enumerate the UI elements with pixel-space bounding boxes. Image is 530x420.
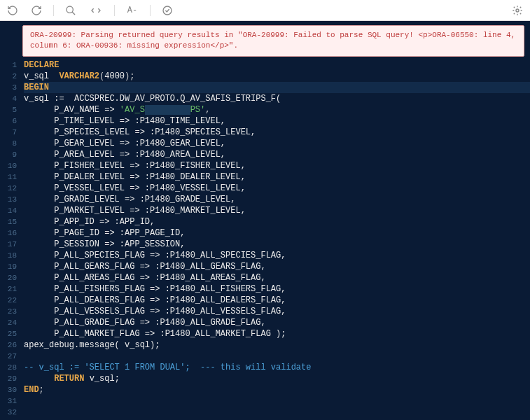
line-number: 20 xyxy=(0,272,17,284)
code-line[interactable] xyxy=(24,351,530,362)
code-line[interactable]: v_sql := ACCSPREC.DW_AV_PROTO.Q_AV_SAFIS… xyxy=(24,93,530,104)
code-line[interactable]: P_VESSEL_LEVEL => :P1480_VESSEL_LEVEL, xyxy=(24,183,530,194)
line-number: 31 xyxy=(0,396,17,407)
line-number: 29 xyxy=(0,373,17,384)
code-line[interactable]: END; xyxy=(24,384,530,396)
toolbar-divider-3 xyxy=(150,5,151,16)
line-number: 7 xyxy=(0,127,17,138)
line-number: 8 xyxy=(0,138,17,149)
code-line[interactable]: -- v_sql := 'SELECT 1 FROM DUAL'; --- th… xyxy=(24,362,530,373)
code-line[interactable]: P_SESSION => :APP_SESSION, xyxy=(24,239,530,250)
code-line[interactable]: P_ALL_GEARS_FLAG => :P1480_ALL_GEARS_FLA… xyxy=(24,261,530,272)
code-line[interactable]: P_AV_NAME => 'AV_S PS', xyxy=(24,104,530,115)
svg-line-1 xyxy=(72,12,75,15)
undo-icon xyxy=(7,5,18,16)
line-number: 23 xyxy=(0,306,17,317)
toolbar-divider-2 xyxy=(114,5,115,16)
code-line[interactable]: P_ALL_GRADE_FLAG => :P1480_ALL_GRADE_FLA… xyxy=(24,317,530,328)
check-icon xyxy=(162,5,173,16)
editor: ORA-20999: Parsing returned query result… xyxy=(0,21,530,420)
validate-button[interactable] xyxy=(160,4,174,18)
undo-button[interactable] xyxy=(6,4,20,18)
code-line[interactable]: P_ALL_DEALERS_FLAG => :P1480_ALL_DEALERS… xyxy=(24,295,530,306)
line-number: 2 xyxy=(0,71,17,82)
toolbar-divider xyxy=(53,5,54,16)
code-line[interactable]: P_APP_ID => :APP_ID, xyxy=(24,216,530,227)
code-line[interactable]: P_DEALER_LEVEL => :P1480_DEALER_LEVEL, xyxy=(24,172,530,183)
line-number: 32 xyxy=(0,407,17,418)
redo-icon xyxy=(31,5,42,16)
line-number: 14 xyxy=(0,205,17,216)
line-number: 28 xyxy=(0,362,17,373)
code-line[interactable]: P_ALL_SPECIES_FLAG => :P1480_ALL_SPECIES… xyxy=(24,250,530,261)
line-number: 30 xyxy=(0,384,17,396)
line-number: 15 xyxy=(0,216,17,227)
svg-point-0 xyxy=(67,6,73,13)
code-line[interactable]: P_FISHER_LEVEL => :P1480_FISHER_LEVEL, xyxy=(24,160,530,172)
code-line[interactable]: P_AREA_LEVEL => :P1480_AREA_LEVEL, xyxy=(24,149,530,160)
svg-point-2 xyxy=(163,6,172,15)
code-line[interactable]: P_GRADE_LEVEL => :P1480_GRADE_LEVEL, xyxy=(24,194,530,205)
line-number: 1 xyxy=(0,59,17,71)
code-line[interactable]: P_ALL_MARKET_FLAG => :P1480_ALL_MARKET_F… xyxy=(24,328,530,340)
line-number: 10 xyxy=(0,160,17,172)
line-number: 5 xyxy=(0,104,17,115)
code-line[interactable]: apex_debug.message( v_sql); xyxy=(24,340,530,351)
line-number: 26 xyxy=(0,340,17,351)
code-line[interactable]: RETURN v_sql; xyxy=(24,373,530,384)
line-gutter: 1234567891011121314151617181920212223242… xyxy=(0,59,21,420)
code-line[interactable]: P_TIME_LEVEL => :P1480_TIME_LEVEL, xyxy=(24,115,530,127)
swap-icon xyxy=(90,5,102,16)
line-number: 17 xyxy=(0,239,17,250)
line-number: 13 xyxy=(0,194,17,205)
line-number: 11 xyxy=(0,172,17,183)
line-number: 25 xyxy=(0,328,17,340)
code-line[interactable]: BEGIN xyxy=(24,82,530,93)
line-number: 21 xyxy=(0,284,17,295)
code-content[interactable]: DECLAREv_sql VARCHAR2(4000);BEGINv_sql :… xyxy=(21,59,530,420)
code-line[interactable]: P_PAGE_ID => :APP_PAGE_ID, xyxy=(24,227,530,239)
swap-button[interactable] xyxy=(88,4,104,18)
line-number: 6 xyxy=(0,115,17,127)
code-area[interactable]: 1234567891011121314151617181920212223242… xyxy=(0,59,530,420)
code-line[interactable] xyxy=(24,396,530,407)
line-number: 12 xyxy=(0,183,17,194)
code-line[interactable]: P_GEAR_LEVEL => :P1480_GEAR_LEVEL, xyxy=(24,138,530,149)
line-number: 16 xyxy=(0,227,17,239)
code-line[interactable]: DECLARE xyxy=(24,59,530,71)
code-line[interactable]: v_sql VARCHAR2(4000); xyxy=(24,71,530,82)
code-line[interactable]: P_ALL_VESSELS_FLAG => :P1480_ALL_VESSELS… xyxy=(24,306,530,317)
line-number: 27 xyxy=(0,351,17,362)
line-number: 4 xyxy=(0,93,17,104)
editor-toolbar: A- xyxy=(0,0,530,21)
gear-icon xyxy=(512,5,523,16)
code-line[interactable]: P_SPECIES_LEVEL => :P1480_SPECIES_LEVEL, xyxy=(24,127,530,138)
font-size-button[interactable]: A- xyxy=(125,4,140,18)
svg-point-3 xyxy=(516,9,519,12)
code-line[interactable] xyxy=(24,407,530,418)
line-number: 9 xyxy=(0,149,17,160)
line-number: 24 xyxy=(0,317,17,328)
line-number: 19 xyxy=(0,261,17,272)
search-button[interactable] xyxy=(64,4,78,18)
line-number: 3 xyxy=(0,82,17,93)
line-number: 22 xyxy=(0,295,17,306)
search-icon xyxy=(65,5,76,16)
redo-button[interactable] xyxy=(29,4,43,18)
code-line[interactable]: P_ALL_AREAS_FLAG => :P1480_ALL_AREAS_FLA… xyxy=(24,272,530,284)
settings-button[interactable] xyxy=(510,4,524,18)
code-line[interactable]: P_ALL_FISHERS_FLAG => :P1480_ALL_FISHERS… xyxy=(24,284,530,295)
line-number: 18 xyxy=(0,250,17,261)
code-line[interactable]: P_MARKET_LEVEL => :P1480_MARKET_LEVEL, xyxy=(24,205,530,216)
error-banner: ORA-20999: Parsing returned query result… xyxy=(22,25,524,57)
